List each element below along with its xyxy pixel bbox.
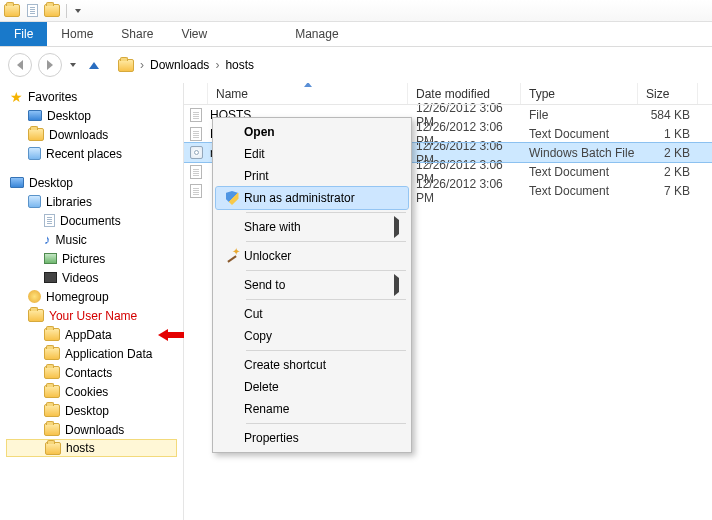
- tree-favorites[interactable]: ★Favorites: [6, 87, 183, 106]
- ctx-cut[interactable]: Cut: [216, 303, 408, 325]
- ctx-unlocker[interactable]: Unlocker: [216, 245, 408, 267]
- homegroup-icon: [28, 290, 41, 303]
- tree-lib-music[interactable]: ♪Music: [6, 230, 183, 249]
- nav-up-button[interactable]: [82, 53, 106, 77]
- qat-more-icon[interactable]: [75, 9, 81, 13]
- ctx-share-with[interactable]: Share with: [216, 216, 408, 238]
- videos-icon: [44, 272, 57, 283]
- folder-icon: [118, 59, 134, 72]
- file-type: Text Document: [521, 127, 638, 141]
- file-size: 2 KB: [638, 146, 698, 160]
- col-type[interactable]: Type: [521, 83, 638, 104]
- tree-lib-pictures[interactable]: Pictures: [6, 249, 183, 268]
- ctx-print[interactable]: Print: [216, 165, 408, 187]
- ctx-separator: [246, 212, 406, 213]
- tab-view[interactable]: View: [167, 22, 221, 46]
- folder-icon: [28, 128, 44, 141]
- folder-icon: [44, 347, 60, 360]
- chevron-right-icon: ›: [213, 58, 221, 72]
- ctx-rename[interactable]: Rename: [216, 398, 408, 420]
- file-size: 2 KB: [638, 165, 698, 179]
- tree-user-hosts[interactable]: hosts: [6, 439, 177, 457]
- tree-user-downloads[interactable]: Downloads: [6, 420, 183, 439]
- arrow-right-icon: [47, 60, 53, 70]
- explorer-icon: [4, 3, 20, 19]
- tree-user[interactable]: Your User Name: [6, 306, 183, 325]
- file-type: Text Document: [521, 184, 638, 198]
- tree-fav-downloads[interactable]: Downloads: [6, 125, 183, 144]
- properties-qat-icon[interactable]: [24, 3, 40, 19]
- file-type: File: [521, 108, 638, 122]
- tree-user-cookies[interactable]: Cookies: [6, 382, 183, 401]
- ctx-separator: [246, 350, 406, 351]
- annotation-arrow-icon: [158, 329, 184, 341]
- navbar: › Downloads › hosts: [0, 47, 712, 83]
- recent-icon: [28, 147, 41, 160]
- col-date[interactable]: Date modified: [408, 83, 521, 104]
- tree-libraries[interactable]: Libraries: [6, 192, 183, 211]
- folder-icon: [44, 366, 60, 379]
- new-folder-qat-icon[interactable]: [44, 3, 60, 19]
- nav-back-button[interactable]: [8, 53, 32, 77]
- ctx-send-to[interactable]: Send to: [216, 274, 408, 296]
- tree-lib-documents[interactable]: Documents: [6, 211, 183, 230]
- tree-fav-recent[interactable]: Recent places: [6, 144, 183, 163]
- folder-icon: [44, 328, 60, 341]
- title-bar: [0, 0, 712, 22]
- star-icon: ★: [10, 90, 23, 104]
- file-icon: [190, 108, 202, 122]
- file-type: Windows Batch File: [521, 146, 638, 160]
- chevron-right-icon: [394, 216, 399, 238]
- nav-history-dropdown[interactable]: [70, 63, 76, 67]
- tree-user-applicationdata[interactable]: Application Data: [6, 344, 183, 363]
- arrow-up-icon: [89, 62, 99, 69]
- file-icon: [190, 184, 202, 198]
- tree-desktop-root[interactable]: Desktop: [6, 173, 183, 192]
- desktop-icon: [28, 110, 42, 121]
- folder-icon: [45, 442, 61, 455]
- breadcrumb[interactable]: › Downloads › hosts: [112, 56, 260, 74]
- ctx-run-admin[interactable]: Run as administrator: [216, 187, 408, 209]
- ctx-properties[interactable]: Properties: [216, 427, 408, 449]
- ctx-separator: [246, 423, 406, 424]
- context-menu: Open Edit Print Run as administrator Sha…: [212, 117, 412, 453]
- ctx-edit[interactable]: Edit: [216, 143, 408, 165]
- tree-homegroup[interactable]: Homegroup: [6, 287, 183, 306]
- file-size: 7 KB: [638, 184, 698, 198]
- breadcrumb-current[interactable]: hosts: [225, 58, 254, 72]
- tab-share[interactable]: Share: [107, 22, 167, 46]
- tree-user-desktop[interactable]: Desktop: [6, 401, 183, 420]
- wand-icon: [225, 249, 239, 263]
- col-size[interactable]: Size: [638, 83, 698, 104]
- file-size: 584 KB: [638, 108, 698, 122]
- file-date: 12/26/2012 3:06 PM: [408, 177, 521, 205]
- tree-lib-videos[interactable]: Videos: [6, 268, 183, 287]
- tree-user-appdata[interactable]: AppData: [6, 325, 183, 344]
- ctx-create-shortcut[interactable]: Create shortcut: [216, 354, 408, 376]
- ctx-copy[interactable]: Copy: [216, 325, 408, 347]
- pictures-icon: [44, 253, 57, 264]
- tab-manage[interactable]: Manage: [281, 22, 352, 46]
- file-icon: [190, 146, 203, 159]
- file-list-pane: Name Date modified Type Size HOSTS12/26/…: [184, 83, 712, 520]
- ctx-separator: [246, 270, 406, 271]
- desktop-icon: [10, 177, 24, 188]
- tab-file[interactable]: File: [0, 22, 47, 46]
- ctx-delete[interactable]: Delete: [216, 376, 408, 398]
- shield-icon: [226, 191, 239, 205]
- documents-icon: [44, 214, 55, 227]
- file-size: 1 KB: [638, 127, 698, 141]
- file-icon: [190, 165, 202, 179]
- file-icon: [190, 127, 202, 141]
- music-icon: ♪: [44, 232, 51, 247]
- breadcrumb-parent[interactable]: Downloads: [150, 58, 209, 72]
- tab-home[interactable]: Home: [47, 22, 107, 46]
- qat-divider: [66, 4, 67, 18]
- tree-user-contacts[interactable]: Contacts: [6, 363, 183, 382]
- tree-fav-desktop[interactable]: Desktop: [6, 106, 183, 125]
- nav-tree: ★Favorites Desktop Downloads Recent plac…: [0, 83, 184, 520]
- ribbon: File Home Share View Manage: [0, 22, 712, 47]
- sort-asc-icon: [304, 83, 312, 87]
- ctx-open[interactable]: Open: [216, 121, 408, 143]
- nav-forward-button[interactable]: [38, 53, 62, 77]
